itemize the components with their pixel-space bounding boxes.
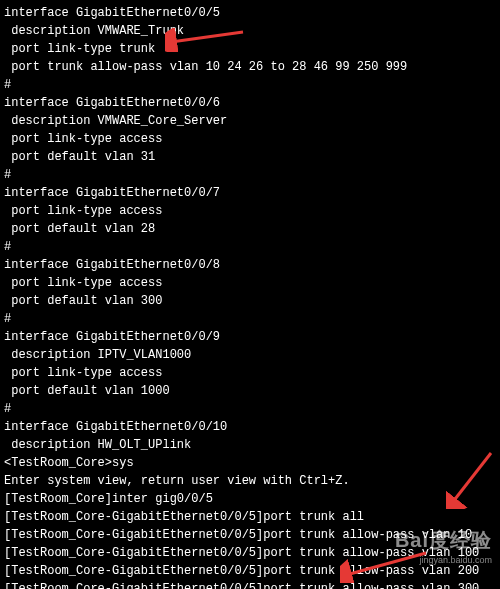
config-line: interface GigabitEthernet0/0/10 xyxy=(4,418,496,436)
config-line: interface GigabitEthernet0/0/7 xyxy=(4,184,496,202)
config-line: description VMWARE_Core_Server xyxy=(4,112,496,130)
annotation-arrow-icon xyxy=(165,28,245,52)
config-line: interface GigabitEthernet0/0/9 xyxy=(4,328,496,346)
annotation-arrow-icon xyxy=(340,549,430,583)
config-line: port link-type access xyxy=(4,130,496,148)
config-line: port link-type trunk xyxy=(4,40,496,58)
config-line: description HW_OLT_UPlink xyxy=(4,436,496,454)
svg-line-5 xyxy=(346,553,426,575)
cli-prompt: [TestRoom_Core]inter gig0/0/5 xyxy=(4,490,496,508)
config-line: port trunk allow-pass vlan 10 24 26 to 2… xyxy=(4,58,496,76)
watermark-url: jingyan.baidu.com xyxy=(419,554,492,568)
config-hash: # xyxy=(4,76,496,94)
cli-command: [TestRoom_Core-GigabitEthernet0/0/5]port… xyxy=(4,508,496,526)
config-line: port default vlan 28 xyxy=(4,220,496,238)
config-hash: # xyxy=(4,238,496,256)
config-line: interface GigabitEthernet0/0/5 xyxy=(4,4,496,22)
svg-line-1 xyxy=(171,32,243,42)
config-line: description VMWARE_Trunk xyxy=(4,22,496,40)
svg-line-3 xyxy=(452,453,491,503)
config-line: port default vlan 300 xyxy=(4,292,496,310)
config-line: interface GigabitEthernet0/0/8 xyxy=(4,256,496,274)
config-line: port link-type access xyxy=(4,364,496,382)
config-line: port link-type access xyxy=(4,274,496,292)
annotation-arrow-icon xyxy=(446,449,496,509)
config-line: interface GigabitEthernet0/0/6 xyxy=(4,94,496,112)
config-line: port default vlan 1000 xyxy=(4,382,496,400)
cli-output: Enter system view, return user view with… xyxy=(4,472,496,490)
config-line: port link-type access xyxy=(4,202,496,220)
config-line: port default vlan 31 xyxy=(4,148,496,166)
config-hash: # xyxy=(4,310,496,328)
config-hash: # xyxy=(4,400,496,418)
cli-prompt: <TestRoom_Core>sys xyxy=(4,454,496,472)
config-hash: # xyxy=(4,166,496,184)
config-line: description IPTV_VLAN1000 xyxy=(4,346,496,364)
terminal-output: interface GigabitEthernet0/0/5 descripti… xyxy=(4,4,496,589)
